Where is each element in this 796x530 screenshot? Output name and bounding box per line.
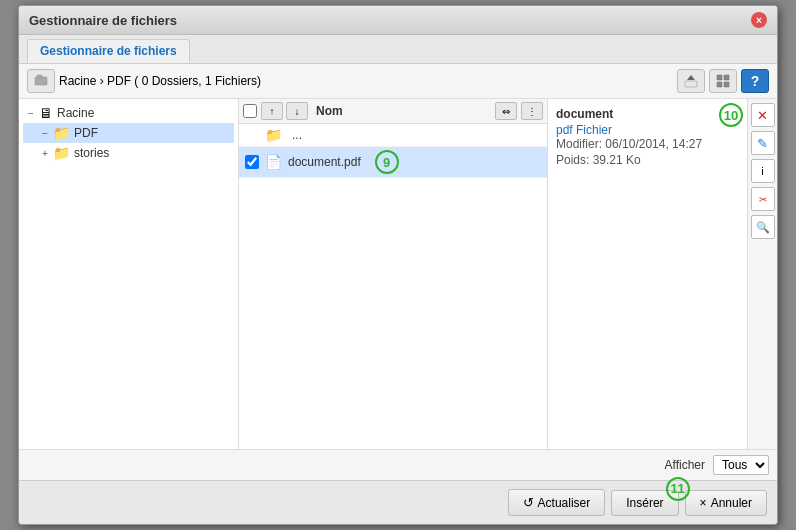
nav-back-button[interactable] [27, 69, 55, 93]
upload-button[interactable] [677, 69, 705, 93]
annuler-icon: × [700, 496, 707, 510]
sort-desc-button[interactable]: ↓ [286, 102, 308, 120]
tree-label-pdf: PDF [74, 126, 98, 140]
svg-rect-6 [717, 82, 722, 87]
toggle-stories[interactable]: + [39, 147, 51, 159]
detail-poids: Poids: 39.21 Ko [556, 153, 739, 167]
main-content: − 🖥 Racine − 📁 PDF + 📁 stories [19, 99, 777, 449]
toolbar: Racine › PDF ( 0 Dossiers, 1 Fichiers) ? [19, 64, 777, 99]
search-button[interactable]: 🔍 [751, 215, 775, 239]
file-list-header: ↑ ↓ Nom ⇔ ⋮ [239, 99, 547, 124]
tree-label-stories: stories [74, 146, 109, 160]
annotation-10: 10 [719, 103, 743, 127]
tree-label-racine: Racine [57, 106, 94, 120]
afficher-label: Afficher [665, 458, 705, 472]
file-list: 📁 ... 📄 document.pdf 9 [239, 124, 547, 449]
delete-button[interactable]: ✕ [751, 103, 775, 127]
bottom-bar: ↺ Actualiser Insérer 11 × Annuler [19, 480, 777, 524]
tree-item-racine[interactable]: − 🖥 Racine [23, 103, 234, 123]
select-all-checkbox[interactable] [243, 104, 257, 118]
column-options-button[interactable]: ⋮ [521, 102, 543, 120]
svg-marker-3 [687, 75, 695, 80]
file-checkbox-document[interactable] [245, 155, 259, 169]
svg-rect-2 [685, 81, 697, 87]
actualiser-icon: ↺ [523, 495, 534, 510]
folder-panel: − 🖥 Racine − 📁 PDF + 📁 stories [19, 99, 239, 449]
column-resize-button[interactable]: ⇔ [495, 102, 517, 120]
detail-filetype: pdf Fichier [556, 123, 739, 137]
action-panel: ✕ ✎ i ✂ 🔍 [747, 99, 777, 449]
annotation-11: 11 [666, 477, 690, 501]
tab-gestionnaire[interactable]: Gestionnaire de fichiers [27, 39, 190, 63]
inserer-label: Insérer [626, 496, 663, 510]
sort-asc-button[interactable]: ↑ [261, 102, 283, 120]
svg-rect-7 [724, 82, 729, 87]
computer-icon: 🖥 [39, 105, 53, 121]
dialog-title: Gestionnaire de fichiers [29, 13, 177, 28]
tab-bar: Gestionnaire de fichiers [19, 35, 777, 64]
file-row-document[interactable]: 📄 document.pdf 9 [239, 147, 547, 178]
help-icon: ? [751, 73, 760, 89]
info-button[interactable]: i [751, 159, 775, 183]
actualiser-label: Actualiser [538, 496, 591, 510]
detail-filename: document [556, 107, 739, 121]
title-bar: Gestionnaire de fichiers × [19, 6, 777, 35]
file-manager-dialog: Gestionnaire de fichiers × Gestionnaire … [18, 5, 778, 525]
inserer-button[interactable]: Insérer 11 [611, 490, 678, 516]
pdf-icon: 📄 [265, 154, 282, 170]
breadcrumb-text: Racine › PDF ( 0 Dossiers, 1 Fichiers) [59, 74, 261, 88]
tree-item-pdf[interactable]: − 📁 PDF [23, 123, 234, 143]
folder-icon-pdf: 📁 [53, 125, 70, 141]
folder-icon-stories: 📁 [53, 145, 70, 161]
sort-buttons: ↑ ↓ [261, 102, 308, 120]
tree-item-stories[interactable]: + 📁 stories [23, 143, 234, 163]
file-row-nav[interactable]: 📁 ... [239, 124, 547, 147]
annotation-9: 9 [375, 150, 399, 174]
toggle-racine[interactable]: − [25, 107, 37, 119]
actualiser-button[interactable]: ↺ Actualiser [508, 489, 606, 516]
afficher-select[interactable]: Tous [713, 455, 769, 475]
remove-button[interactable]: ✂ [751, 187, 775, 211]
details-panel: document pdf Fichier Modifier: 06/10/201… [547, 99, 747, 449]
annuler-label: Annuler [711, 496, 752, 510]
svg-rect-4 [717, 75, 722, 80]
edit-button[interactable]: ✎ [751, 131, 775, 155]
file-name-nav: ... [292, 128, 302, 142]
view-button[interactable] [709, 69, 737, 93]
file-name-document: document.pdf [288, 155, 361, 169]
column-header-nom: Nom [312, 104, 491, 118]
detail-modifier: Modifier: 06/10/2014, 14:27 [556, 137, 739, 151]
folder-nav-icon: 📁 [265, 127, 282, 143]
file-panel: ↑ ↓ Nom ⇔ ⋮ 📁 ... 📄 docume [239, 99, 547, 449]
annuler-button[interactable]: × Annuler [685, 490, 767, 516]
footer-bar: Afficher Tous [19, 449, 777, 480]
help-button[interactable]: ? [741, 69, 769, 93]
svg-rect-1 [37, 75, 42, 78]
breadcrumb: Racine › PDF ( 0 Dossiers, 1 Fichiers) [59, 74, 673, 88]
svg-rect-5 [724, 75, 729, 80]
close-button[interactable]: × [751, 12, 767, 28]
toggle-pdf[interactable]: − [39, 127, 51, 139]
